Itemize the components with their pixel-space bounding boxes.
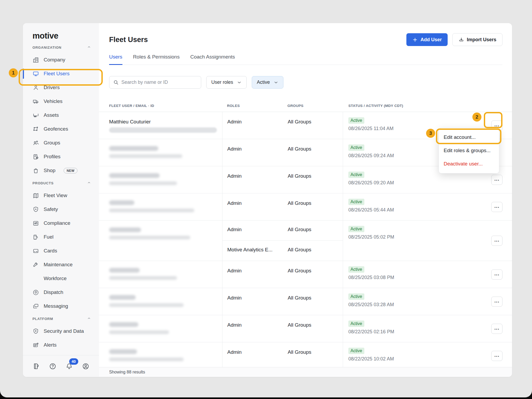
- import-users-button[interactable]: Import Users: [452, 33, 502, 46]
- search-icon: [113, 80, 119, 85]
- callout-step-2: 2: [472, 113, 481, 122]
- role-cell: Admin: [222, 315, 288, 342]
- sidebar-item-geofences[interactable]: Geofences: [23, 122, 99, 136]
- tab-users[interactable]: Users: [109, 54, 122, 65]
- row-menu-button[interactable]: ...: [491, 269, 502, 280]
- groups-cell: All Groups: [288, 139, 343, 166]
- row-menu-button[interactable]: ...: [491, 236, 502, 246]
- add-user-button[interactable]: Add User: [406, 33, 448, 46]
- activity-timestamp: 08/22/2025 02:16 PM: [348, 329, 479, 335]
- row-menu-button[interactable]: ...: [491, 351, 502, 361]
- status-badge: Active: [348, 117, 364, 124]
- role-cell: Admin: [222, 193, 288, 220]
- sidebar-item-company[interactable]: Company: [23, 53, 99, 67]
- status-filter-label: Active: [257, 80, 270, 85]
- sidebar-item-alerts[interactable]: Alerts: [23, 338, 99, 352]
- sidebar-item-messaging[interactable]: Messaging: [23, 299, 99, 313]
- section-header-organization[interactable]: ORGANIZATION: [23, 42, 99, 53]
- column-header-status: STATUS / ACTIVITY (MDY CDT): [343, 104, 479, 108]
- redacted-user-email: [109, 330, 169, 334]
- row-menu-button[interactable]: ...: [491, 324, 502, 334]
- profiles-icon: [32, 153, 39, 160]
- status-badge: Active: [348, 321, 364, 327]
- status-cell: Active 08/25/2025 05:02 PM: [343, 221, 479, 261]
- help-icon[interactable]: [49, 363, 56, 370]
- activity-timestamp: 08/25/2025 03:28 AM: [348, 302, 479, 307]
- guide-icon[interactable]: [32, 363, 40, 370]
- redacted-user-email: [109, 154, 182, 158]
- activity-timestamp: 08/22/2025 10:02 AM: [348, 356, 479, 362]
- account-icon[interactable]: [82, 363, 89, 370]
- status-cell: Active 08/25/2025 03:08 PM: [343, 261, 479, 288]
- page-title: Fleet Users: [109, 36, 148, 44]
- tab-coach-assignments[interactable]: Coach Assignments: [190, 54, 235, 65]
- menu-item-edit-roles-groups[interactable]: Edit roles & groups...: [439, 144, 499, 157]
- user-roles-dropdown[interactable]: User roles: [206, 76, 247, 89]
- user-cell: [109, 221, 222, 261]
- sidebar-item-label: Geofences: [44, 126, 68, 132]
- sidebar-item-label: Safety: [44, 206, 58, 212]
- user-roles-label: User roles: [211, 80, 233, 85]
- notifications-icon[interactable]: 40: [65, 363, 73, 370]
- tab-roles-permissions[interactable]: Roles & Permissions: [133, 54, 180, 65]
- section-header-platform[interactable]: PLATFORM: [23, 313, 99, 324]
- sidebar-item-maintenance[interactable]: Maintenance: [23, 258, 99, 272]
- user-cell: [109, 288, 222, 315]
- section-header-products[interactable]: PRODUCTS: [23, 177, 99, 189]
- sidebar-item-drivers[interactable]: Drivers: [23, 81, 99, 94]
- row-menu-button[interactable]: ...: [491, 297, 502, 307]
- redacted-user-email: [109, 303, 184, 307]
- activity-timestamp: 08/25/2025 05:02 PM: [348, 234, 479, 240]
- sidebar-item-shop[interactable]: Shop NEW: [23, 164, 99, 177]
- fleet-user-name: Matthieu Couturier: [109, 119, 222, 125]
- sidebar-item-workforce[interactable]: Workforce: [23, 272, 99, 285]
- sidebar-item-compliance[interactable]: Compliance: [23, 216, 99, 230]
- plus-icon: [412, 37, 418, 43]
- role-cell: Admin: [222, 288, 288, 315]
- status-cell: Active 08/26/2025 05:44 AM: [343, 193, 479, 220]
- row-menu-button[interactable]: ...: [491, 175, 502, 185]
- alerts-icon: [32, 342, 39, 348]
- chevron-down-icon: [237, 80, 242, 85]
- add-user-label: Add User: [420, 37, 442, 43]
- menu-item-edit-account[interactable]: Edit account...: [439, 131, 499, 144]
- redacted-user-name: [109, 295, 136, 300]
- sidebar-item-profiles[interactable]: Profiles: [23, 150, 99, 164]
- geofences-icon: [32, 126, 39, 132]
- sidebar-item-label: Fleet View: [44, 193, 67, 198]
- sidebar-item-cards[interactable]: Cards: [23, 244, 99, 258]
- row-menu-button[interactable]: ...: [491, 202, 502, 212]
- search-input[interactable]: [121, 80, 197, 85]
- column-header-fleet-user: FLEET USER / EMAIL · ID: [109, 104, 222, 108]
- page-header: Fleet Users Add User Import Users: [99, 23, 512, 46]
- callout-step-1: 1: [9, 68, 18, 77]
- sidebar-item-dispatch[interactable]: Dispatch: [23, 285, 99, 299]
- redacted-user-email: [109, 181, 177, 185]
- safety-icon: [32, 206, 39, 213]
- sidebar-item-assets[interactable]: Assets: [23, 108, 99, 122]
- sidebar-item-label: Company: [44, 57, 65, 63]
- chevron-up-icon: [87, 316, 91, 321]
- chevron-down-icon: [274, 80, 278, 85]
- status-filter-dropdown[interactable]: Active: [252, 76, 283, 89]
- sidebar-item-label: Vehicles: [44, 98, 63, 104]
- chevron-up-icon: [87, 181, 91, 185]
- table-row: Admin All Groups Active 08/25/2025 03:28…: [99, 288, 512, 315]
- user-cell: [109, 166, 222, 193]
- status-cell: Active 08/22/2025 10:02 AM: [343, 342, 479, 367]
- sidebar-item-fuel[interactable]: Fuel: [23, 230, 99, 244]
- menu-item-deactivate-user[interactable]: Deactivate user...: [439, 157, 499, 171]
- sidebar-item-security-and-data[interactable]: Security and Data: [23, 324, 99, 338]
- sidebar-item-groups[interactable]: Groups: [23, 136, 99, 150]
- main-content: Fleet Users Add User Import Users: [99, 23, 512, 377]
- sidebar-item-safety[interactable]: Safety: [23, 202, 99, 216]
- redacted-user-name: [109, 322, 138, 327]
- role-cell: Admin: [222, 221, 288, 240]
- sidebar-item-label: Fuel: [44, 234, 53, 240]
- sidebar-item-fleet-view[interactable]: Fleet View: [23, 189, 99, 202]
- sidebar-item-label: Workforce: [44, 276, 67, 281]
- groups-cell: All Groups: [288, 112, 343, 139]
- redacted-user-email: [109, 209, 194, 212]
- sidebar-item-fleet-users[interactable]: Fleet Users: [23, 67, 99, 81]
- sidebar-item-vehicles[interactable]: Vehicles: [23, 94, 99, 108]
